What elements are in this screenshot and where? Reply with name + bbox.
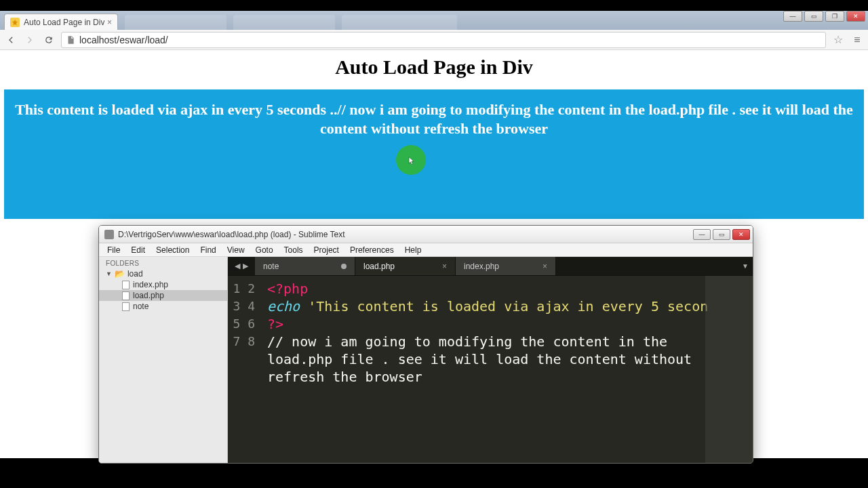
tab-label: note bbox=[263, 262, 279, 271]
sidebar-header: FOLDERS bbox=[99, 258, 227, 268]
hamburger-menu-icon[interactable]: ≡ bbox=[850, 34, 864, 46]
close-icon[interactable]: × bbox=[107, 18, 112, 27]
tab-title: Auto Load Page in Div us bbox=[24, 18, 104, 27]
bookmark-star-icon[interactable]: ☆ bbox=[831, 33, 845, 47]
line-gutter: 1 2 3 4 5 6 7 8 bbox=[228, 276, 262, 463]
menu-goto[interactable]: Goto bbox=[250, 245, 279, 255]
minimize-button[interactable]: — bbox=[693, 229, 711, 240]
sidebar-folder[interactable]: ▼ 📂 load bbox=[99, 268, 227, 279]
editor-tabbar: ◀ ▶ note load.php × index.php × ▼ bbox=[228, 257, 753, 276]
url-text: localhost/eswar/load/ bbox=[79, 35, 168, 45]
code-editor[interactable]: 1 2 3 4 5 6 7 8 <?php echo 'This content… bbox=[228, 276, 753, 463]
menu-file[interactable]: File bbox=[102, 245, 125, 255]
editor-region: ◀ ▶ note load.php × index.php × ▼ bbox=[228, 257, 753, 463]
close-icon[interactable]: × bbox=[542, 262, 547, 271]
maximize-button[interactable]: ❐ bbox=[825, 11, 844, 22]
close-icon[interactable]: × bbox=[442, 262, 447, 271]
file-icon bbox=[122, 291, 130, 300]
browser-toolbar: localhost/eswar/load/ ☆ ≡ bbox=[0, 30, 868, 50]
sidebar-file-index[interactable]: index.php bbox=[99, 279, 227, 290]
code-content[interactable]: <?php echo 'This content is loaded via a… bbox=[262, 276, 753, 463]
menu-project[interactable]: Project bbox=[309, 245, 344, 255]
minimize-button[interactable]: — bbox=[783, 11, 802, 22]
address-bar[interactable]: localhost/eswar/load/ bbox=[61, 32, 826, 48]
sublime-window: D:\VertrigoServ\www\eswar\load\load.php … bbox=[98, 225, 753, 464]
menu-find[interactable]: Find bbox=[195, 245, 221, 255]
background-tab[interactable] bbox=[125, 15, 226, 30]
tab-label: load.php bbox=[363, 262, 395, 271]
restore-button[interactable]: ▭ bbox=[804, 11, 823, 22]
ajax-text: This content is loaded via ajax in every… bbox=[15, 101, 853, 137]
ajax-content-box: This content is loaded via ajax in every… bbox=[4, 89, 864, 219]
chevron-down-icon: ▼ bbox=[106, 270, 112, 277]
file-label: note bbox=[133, 302, 149, 311]
sublime-titlebar[interactable]: D:\VertrigoServ\www\eswar\load\load.php … bbox=[99, 226, 753, 243]
dirty-dot-icon bbox=[341, 264, 347, 269]
menu-edit[interactable]: Edit bbox=[125, 245, 151, 255]
menu-preferences[interactable]: Preferences bbox=[344, 245, 399, 255]
menu-view[interactable]: View bbox=[222, 245, 250, 255]
tab-label: index.php bbox=[464, 262, 499, 271]
close-button[interactable]: ✕ bbox=[732, 229, 750, 240]
sublime-sidebar: FOLDERS ▼ 📂 load index.php load.php note bbox=[99, 257, 228, 463]
menu-help[interactable]: Help bbox=[399, 245, 427, 255]
menu-selection[interactable]: Selection bbox=[151, 245, 195, 255]
tab-history-nav[interactable]: ◀ ▶ bbox=[228, 257, 255, 275]
cursor-highlight bbox=[396, 145, 426, 175]
browser-tab-active[interactable]: Auto Load Page in Div us × bbox=[4, 14, 118, 30]
page-icon bbox=[66, 35, 75, 45]
app-icon bbox=[104, 230, 114, 239]
tab-strip: Auto Load Page in Div us × — ▭ ❐ ✕ bbox=[0, 11, 868, 30]
reload-button[interactable] bbox=[42, 33, 56, 47]
sidebar-file-load[interactable]: load.php bbox=[99, 290, 227, 301]
background-tab[interactable] bbox=[233, 15, 335, 30]
sidebar-file-note[interactable]: note bbox=[99, 301, 227, 312]
file-icon bbox=[122, 302, 130, 311]
file-icon bbox=[122, 281, 130, 289]
editor-tab-loadphp[interactable]: load.php × bbox=[355, 257, 456, 275]
close-button[interactable]: ✕ bbox=[846, 11, 865, 22]
background-tab[interactable] bbox=[342, 15, 457, 30]
file-label: index.php bbox=[133, 280, 168, 289]
star-icon bbox=[10, 18, 20, 27]
editor-tab-note[interactable]: note bbox=[255, 257, 355, 275]
back-button[interactable] bbox=[4, 33, 18, 47]
forward-button[interactable] bbox=[23, 33, 37, 47]
editor-tab-indexphp[interactable]: index.php × bbox=[456, 257, 556, 275]
window-controls: — ▭ ❐ ✕ bbox=[783, 11, 865, 22]
file-label: load.php bbox=[133, 291, 164, 300]
chevron-down-icon[interactable]: ▼ bbox=[742, 262, 749, 270]
page-title: Auto Load Page in Div bbox=[0, 56, 868, 79]
folder-icon: 📂 bbox=[115, 269, 125, 279]
maximize-button[interactable]: ▭ bbox=[713, 229, 730, 240]
menu-tools[interactable]: Tools bbox=[279, 245, 309, 255]
minimap[interactable] bbox=[705, 276, 753, 463]
folder-label: load bbox=[127, 269, 143, 279]
sublime-menubar: File Edit Selection Find View Goto Tools… bbox=[99, 243, 753, 257]
sublime-title: D:\VertrigoServ\www\eswar\load\load.php … bbox=[118, 230, 693, 239]
